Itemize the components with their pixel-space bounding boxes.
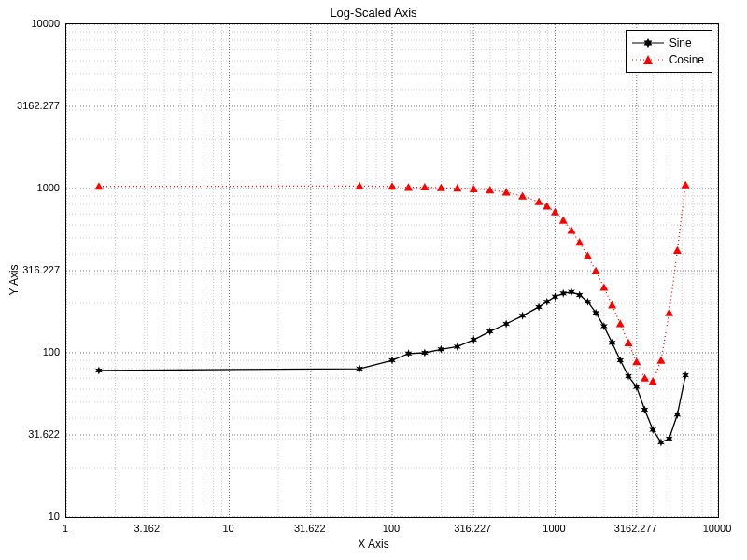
x-tick-label: 10000	[703, 523, 732, 534]
marker-cosine	[608, 301, 616, 308]
x-tick-label: 1	[63, 523, 68, 534]
legend-label-sine: Sine	[669, 36, 692, 49]
y-tick-label: 10	[0, 511, 60, 522]
legend-label-cosine: Cosine	[669, 53, 704, 66]
marker-cosine	[665, 309, 673, 316]
chart-title: Log-Scaled Axis	[0, 6, 747, 20]
y-tick-label: 1000	[0, 182, 60, 193]
marker-cosine	[575, 238, 584, 245]
marker-sine	[519, 312, 527, 320]
marker-sine	[543, 298, 551, 306]
marker-cosine	[632, 357, 641, 365]
legend-entry-sine: Sine	[632, 35, 704, 51]
y-tick-label: 100	[0, 346, 60, 357]
marker-cosine	[470, 185, 478, 192]
marker-sine	[616, 357, 624, 365]
y-axis-label: Y Axis	[6, 0, 22, 560]
marker-cosine	[599, 283, 608, 290]
marker-cosine	[486, 186, 494, 193]
y-tick-label: 10000	[0, 18, 60, 29]
legend-swatch-sine	[632, 36, 664, 49]
marker-cosine	[437, 184, 445, 191]
series-line-cosine	[99, 185, 685, 381]
legend: Sine Cosine	[626, 30, 712, 73]
chart-frame: Log-Scaled Axis Y Axis Sine	[0, 0, 747, 560]
marker-cosine	[567, 227, 575, 234]
x-tick-label: 100	[383, 523, 400, 534]
marker-sine	[470, 336, 477, 344]
marker-cosine	[641, 374, 649, 382]
x-tick-label: 31.622	[294, 523, 326, 534]
marker-cosine	[551, 208, 559, 216]
marker-cosine	[502, 188, 511, 195]
marker-cosine	[94, 182, 103, 189]
marker-cosine	[584, 251, 592, 259]
marker-sine	[641, 406, 649, 414]
marker-sine	[666, 435, 673, 443]
marker-sine	[576, 291, 584, 300]
legend-entry-cosine: Cosine	[632, 51, 704, 68]
x-axis-label: X Axis	[0, 538, 747, 551]
marker-cosine	[592, 267, 600, 274]
marker-cosine	[535, 198, 543, 205]
x-tick-label: 1000	[543, 523, 565, 534]
marker-cosine	[543, 202, 551, 209]
plot-area: Sine Cosine	[65, 23, 719, 518]
marker-cosine	[682, 181, 690, 189]
marker-sine	[673, 411, 681, 419]
legend-swatch-cosine	[632, 53, 664, 66]
marker-sine	[609, 339, 616, 347]
y-tick-label: 31.622	[0, 428, 60, 440]
marker-sine	[502, 320, 510, 329]
marker-cosine	[518, 192, 527, 200]
marker-sine	[552, 292, 559, 301]
series-layer	[66, 24, 718, 517]
x-tick-label: 10	[222, 523, 233, 534]
x-tick-label: 3162.277	[614, 523, 657, 534]
marker-sine	[486, 328, 494, 336]
y-tick-label: 316.227	[0, 264, 60, 275]
marker-sine	[682, 371, 689, 380]
marker-cosine	[388, 182, 397, 189]
marker-sine	[600, 322, 608, 330]
x-tick-label: 316.227	[454, 523, 491, 534]
marker-cosine	[673, 246, 682, 254]
x-tick-label: 3.162	[134, 523, 160, 534]
marker-cosine	[616, 320, 625, 328]
marker-cosine	[656, 357, 665, 364]
y-tick-label: 3162.277	[0, 100, 60, 111]
marker-cosine	[625, 339, 633, 346]
marker-sine	[388, 357, 396, 365]
marker-sine	[535, 302, 543, 311]
marker-cosine	[649, 377, 657, 385]
marker-cosine	[559, 217, 568, 224]
